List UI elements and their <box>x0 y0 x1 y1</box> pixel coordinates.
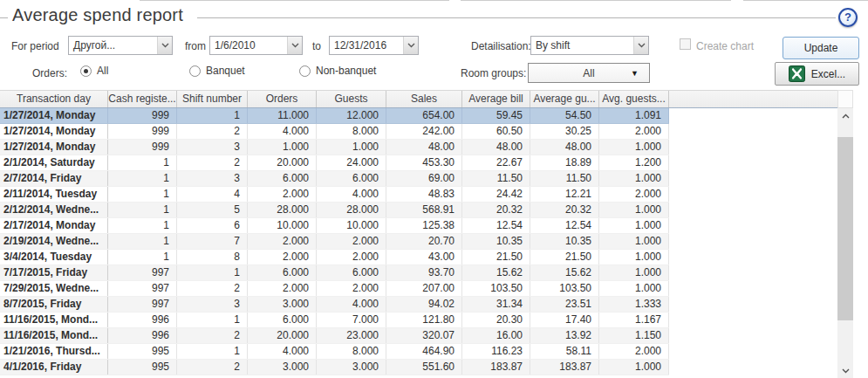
chevron-down-icon[interactable] <box>403 37 418 54</box>
header-cell[interactable]: Transaction day <box>0 91 108 107</box>
table-cell: 121.80 <box>386 313 462 327</box>
table-row[interactable]: 11/16/2015, Mond...99616.0007.000121.802… <box>0 313 669 328</box>
window-artifact <box>743 0 868 3</box>
excel-button-label: Excel... <box>811 68 845 80</box>
table-row[interactable]: 1/27/2014, Monday999111.00012.000654.005… <box>0 108 669 124</box>
table-cell: 1.333 <box>599 297 669 312</box>
table-row[interactable]: 7/29/2015, Wedne...99722.0002.000207.001… <box>0 281 669 297</box>
excel-button[interactable]: Excel... <box>775 62 859 86</box>
table-cell: 12.54 <box>462 218 530 233</box>
orders-radio-non-banquet[interactable]: Non-banquet <box>299 65 376 77</box>
chevron-down-icon <box>842 368 850 374</box>
table-row[interactable]: 2/17/2014, Monday1610.00010.000125.3812.… <box>0 218 669 234</box>
table-cell: 48.00 <box>530 140 599 155</box>
orders-radio-banquet-label: Banquet <box>206 65 245 77</box>
table-cell: 94.02 <box>386 297 462 312</box>
table-cell: 10.000 <box>317 218 386 233</box>
room-groups-select[interactable]: All ▼ <box>528 63 650 83</box>
chevron-down-icon[interactable] <box>633 37 648 54</box>
table-cell: 568.91 <box>386 203 462 217</box>
window-artifact <box>140 0 449 3</box>
table-cell: 13.92 <box>530 328 599 343</box>
table-cell: 1/27/2014, Monday <box>0 140 108 155</box>
chevron-up-icon <box>842 113 850 119</box>
table-cell: 1 <box>177 313 248 327</box>
room-groups-label: Room groups: <box>461 67 526 79</box>
from-date-select[interactable]: 1/6/2010 <box>209 36 303 55</box>
table-cell: 23.51 <box>530 297 599 312</box>
room-groups-value: All <box>583 67 594 79</box>
table-row[interactable]: 2/1/2014, Saturday1220.00024.000453.3022… <box>0 155 669 171</box>
update-button[interactable]: Update <box>783 37 859 59</box>
scrollbar-thumb[interactable] <box>837 137 853 320</box>
table-row[interactable]: 11/16/2015, Mond...996220.00023.000320.0… <box>0 328 669 344</box>
chevron-down-icon[interactable] <box>157 37 172 54</box>
chevron-down-icon[interactable] <box>287 37 302 54</box>
table-cell: 20.32 <box>530 203 599 217</box>
page-title: Average spend report <box>12 5 183 25</box>
for-period-label: For period <box>11 40 59 52</box>
table-cell: 2.000 <box>248 234 317 249</box>
table-cell: 103.50 <box>462 281 530 296</box>
orders-radio-all[interactable]: All <box>80 65 108 77</box>
radio-unselected-icon <box>299 65 311 77</box>
create-chart-checkbox <box>680 38 691 50</box>
orders-radio-banquet[interactable]: Banquet <box>189 65 245 77</box>
header-corner <box>837 90 853 108</box>
table-cell: 2.000 <box>248 250 317 265</box>
table-cell: 5 <box>177 203 248 217</box>
table-row[interactable]: 2/11/2014, Tuesday142.0004.00048.8324.42… <box>0 187 669 203</box>
table-cell: 24.000 <box>317 155 386 170</box>
table-cell: 2 <box>177 155 248 170</box>
header-cell[interactable]: Sales <box>386 91 462 107</box>
table-row[interactable]: 1/21/2016, Thursd...99514.0008.000464.90… <box>0 344 669 360</box>
header-cell[interactable]: Guests <box>317 91 386 107</box>
table-cell: 995 <box>108 344 177 359</box>
table-cell: 18.89 <box>530 155 599 170</box>
table-row[interactable]: 7/17/2015, Friday99716.0006.00093.7015.6… <box>0 265 669 281</box>
table-row[interactable]: 1/27/2014, Monday99931.0001.00048.0048.0… <box>0 140 669 155</box>
table-cell: 28.000 <box>248 203 317 217</box>
header-cell[interactable]: Shift number <box>177 91 248 107</box>
table-cell: 1.000 <box>248 140 317 155</box>
help-button[interactable]: ? <box>838 8 858 27</box>
table-cell: 103.50 <box>530 281 599 296</box>
table-cell: 6 <box>177 218 248 233</box>
table-cell: 3.000 <box>248 297 317 312</box>
header-cell[interactable]: Avg. guests... <box>599 91 669 107</box>
table-cell: 2/12/2014, Wedne... <box>0 203 108 217</box>
table-cell: 2/17/2014, Monday <box>0 218 108 233</box>
table-cell: 2.000 <box>599 187 669 202</box>
table-cell: 20.32 <box>462 203 530 217</box>
table-cell: 6.000 <box>248 313 317 327</box>
table-cell: 1.000 <box>599 140 669 155</box>
for-period-select[interactable]: Другой... <box>68 36 173 55</box>
to-label: to <box>312 40 321 52</box>
table-row[interactable]: 2/7/2014, Friday136.0006.00069.0011.5011… <box>0 171 669 187</box>
to-date-select[interactable]: 12/31/2016 <box>329 36 419 55</box>
scroll-up-button[interactable] <box>837 108 853 123</box>
table-row[interactable]: 3/4/2014, Tuesday182.0002.00043.0021.502… <box>0 250 669 265</box>
scroll-down-button[interactable] <box>837 363 853 378</box>
table-row[interactable]: 1/27/2014, Monday99924.0008.000242.0060.… <box>0 124 669 140</box>
table-cell: 320.07 <box>386 328 462 343</box>
vertical-scrollbar[interactable] <box>837 108 853 378</box>
table-cell: 6.000 <box>248 265 317 280</box>
detailisation-value: By shift <box>531 39 633 52</box>
table-row[interactable]: 8/7/2015, Friday99733.0004.00094.0231.34… <box>0 297 669 313</box>
table-row[interactable]: 2/19/2014, Wedne...172.0002.00020.7010.3… <box>0 234 669 250</box>
table-row[interactable]: 2/12/2014, Wedne...1528.00028.000568.912… <box>0 203 669 218</box>
header-cell[interactable]: Average bill <box>462 91 530 107</box>
table-cell: 464.90 <box>386 344 462 359</box>
table-cell: 1.000 <box>599 250 669 265</box>
header-cell[interactable]: Orders <box>248 91 317 107</box>
header-cell[interactable]: Cash registe... <box>108 91 177 107</box>
table-row[interactable]: 4/1/2016, Friday99523.0003.000551.60183.… <box>0 360 669 375</box>
table-cell: 1 <box>108 218 177 233</box>
table-cell: 24.42 <box>462 187 530 202</box>
detailisation-select[interactable]: By shift <box>530 36 649 55</box>
header-cell[interactable]: Average gu... <box>530 91 599 107</box>
table-cell: 1/21/2016, Thursd... <box>0 344 108 359</box>
table-cell: 2/19/2014, Wedne... <box>0 234 108 249</box>
table-cell: 11.50 <box>462 171 530 186</box>
